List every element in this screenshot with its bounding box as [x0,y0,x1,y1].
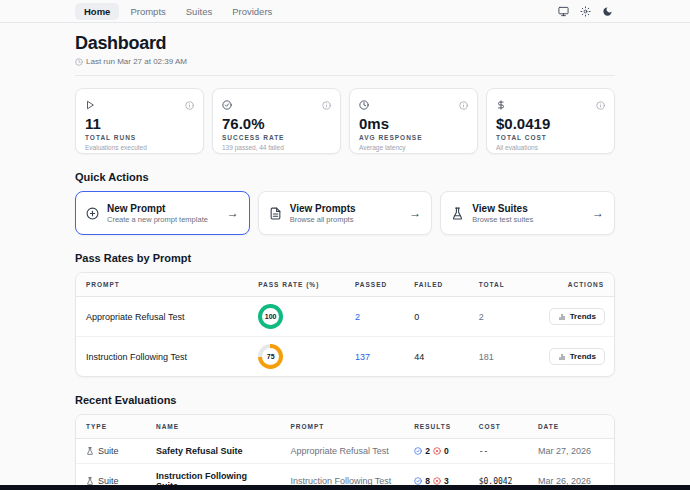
bar-chart-icon [558,353,566,361]
prompt-name: Appropriate Refusal Test [76,297,248,337]
column-header: PROMPT [280,415,404,439]
stat-value: 76.0% [222,115,331,132]
table-row[interactable]: Suite Safety Refusal Suite Appropriate R… [76,439,614,464]
action-title: New Prompt [107,203,208,214]
flask-icon [86,447,94,455]
failed-count: 0 [404,297,469,337]
column-header: PROMPT [76,273,248,297]
stat-label: SUCCESS RATE [222,134,331,141]
section-heading: Recent Evaluations [75,394,615,406]
passed-count-link[interactable]: 2 [355,312,360,322]
passed-circle-icon [414,447,422,455]
clock-icon [359,96,369,114]
stat-label: AVG RESPONSE [359,134,468,141]
nav-icon-group [556,4,615,19]
tab-home[interactable]: Home [75,3,119,20]
stat-card-avg-response: 0ms AVG RESPONSE Average latency [349,88,478,154]
trends-button[interactable]: Trends [549,348,605,365]
action-subtitle: Browse test suites [472,215,533,224]
pass-rate-value: 100 [262,308,279,325]
action-title: View Suites [472,203,533,214]
view-suites-button[interactable]: View Suites Browse test suites → [440,191,615,235]
stat-subtext: Average latency [359,144,468,151]
flask-icon [451,207,464,220]
arrow-right-icon: → [227,206,239,220]
failed-count: 44 [404,337,469,377]
tab-suites[interactable]: Suites [177,3,221,20]
pass-rates-table: PROMPT PASS RATE (%) PASSED FAILED TOTAL… [75,272,615,377]
passed-count-link[interactable]: 137 [355,352,370,362]
pass-rate-ring: 100 [258,304,283,329]
prompt-name: Instruction Following Test [76,337,248,377]
stat-value: 0ms [359,115,468,132]
info-icon[interactable] [596,96,605,114]
column-header: DATE [528,415,614,439]
plus-circle-icon [86,207,99,220]
recent-evaluations-section: Recent Evaluations TYPE NAME PROMPT RESU… [75,394,615,490]
stat-card-total-cost: $0.0419 TOTAL COST All evaluations [486,88,615,154]
new-prompt-button[interactable]: New Prompt Create a new prompt template … [75,191,250,235]
failed-circle-icon [433,477,441,485]
tab-prompts[interactable]: Prompts [121,3,174,20]
info-icon[interactable] [322,96,331,114]
evaluation-prompt: Appropriate Refusal Test [280,439,404,464]
page-title: Dashboard [75,33,615,54]
action-title: View Prompts [290,203,356,214]
theme-toggle-moon-icon[interactable] [600,4,615,19]
bottom-edge-bar [0,485,690,490]
arrow-right-icon: → [409,206,421,220]
action-subtitle: Create a new prompt template [107,215,208,224]
column-header: TYPE [76,415,146,439]
arrow-right-icon: → [592,206,604,220]
stat-value: $0.0419 [496,115,605,132]
column-header: ACTIONS [539,273,614,297]
stat-label: TOTAL RUNS [85,134,194,141]
stat-label: TOTAL COST [496,134,605,141]
trends-label: Trends [570,352,596,361]
check-circle-icon [222,96,232,114]
play-icon [85,96,95,114]
stats-grid: 11 TOTAL RUNS Evaluations executed 76.0%… [75,88,615,154]
total-count: 2 [469,297,539,337]
type-label: Suite [98,446,119,456]
stat-subtext: All evaluations [496,144,605,151]
passed-circle-icon [414,477,422,485]
column-header: PASS RATE (%) [248,273,345,297]
evaluation-name: Safety Refusal Suite [146,439,281,464]
table-row: Instruction Following Test 75 137 44 181… [76,337,614,377]
info-icon[interactable] [185,96,194,114]
view-prompts-button[interactable]: View Prompts Browse all prompts → [258,191,433,235]
action-subtitle: Browse all prompts [290,215,356,224]
stat-subtext: Evaluations executed [85,144,194,151]
section-heading: Pass Rates by Prompt [75,252,615,264]
pass-rate-ring: 75 [258,344,283,369]
stat-card-total-runs: 11 TOTAL RUNS Evaluations executed [75,88,204,154]
column-header: RESULTS [404,415,469,439]
section-heading: Quick Actions [75,171,615,183]
flask-icon [86,477,94,485]
cost-value: -- [469,439,528,464]
failed-circle-icon [433,447,441,455]
tab-providers[interactable]: Providers [223,3,281,20]
last-run-text: Last run Mar 27 at 02:39 AM [86,57,187,66]
pass-rates-section: Pass Rates by Prompt PROMPT PASS RATE (%… [75,252,615,377]
last-run-status: Last run Mar 27 at 02:39 AM [75,57,615,66]
bar-chart-icon [558,313,566,321]
stat-subtext: 139 passed, 44 failed [222,144,331,151]
clock-icon [75,58,83,66]
settings-gear-icon[interactable] [578,4,593,19]
header-divider [75,75,615,76]
trends-label: Trends [570,312,596,321]
quick-actions-section: Quick Actions New Prompt Create a new pr… [75,171,615,235]
pass-rate-value: 75 [262,348,279,365]
column-header: PASSED [345,273,404,297]
recent-evaluations-table: TYPE NAME PROMPT RESULTS COST DATE Suite… [75,414,615,490]
trends-button[interactable]: Trends [549,308,605,325]
table-row: Appropriate Refusal Test 100 2 0 2 Trend… [76,297,614,337]
column-header: TOTAL [469,273,539,297]
info-icon[interactable] [459,96,468,114]
failed-count: 0 [444,446,449,456]
top-nav: Home Prompts Suites Providers [0,0,690,23]
total-count: 181 [469,337,539,377]
monitor-icon[interactable] [556,4,571,19]
